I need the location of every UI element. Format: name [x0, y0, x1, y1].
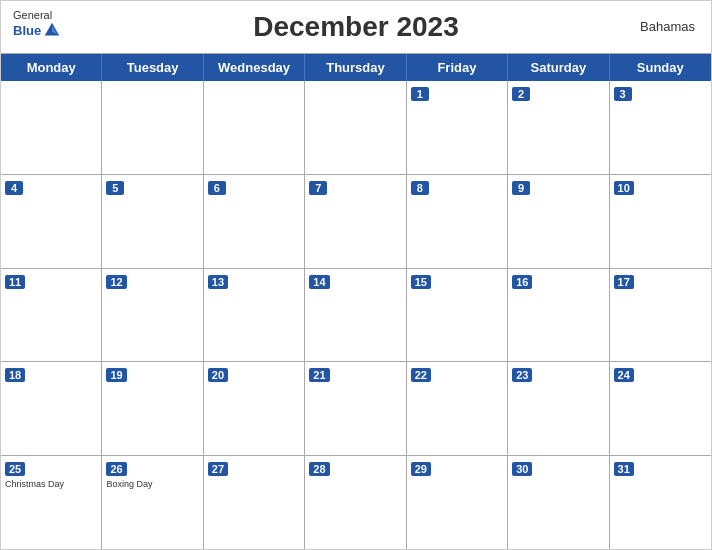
logo-icon	[43, 21, 61, 39]
day-headers-row: MondayTuesdayWednesdayThursdayFridaySatu…	[1, 54, 711, 81]
day-cell: 11	[1, 269, 102, 362]
day-cell: 21	[305, 362, 406, 455]
day-cell	[204, 81, 305, 174]
month-title: December 2023	[253, 11, 458, 43]
day-cell: 4	[1, 175, 102, 268]
day-number: 31	[614, 462, 634, 476]
holiday-label: Boxing Day	[106, 479, 198, 490]
day-cell: 18	[1, 362, 102, 455]
day-cell: 17	[610, 269, 711, 362]
day-number: 25	[5, 462, 25, 476]
holiday-label: Christmas Day	[5, 479, 97, 490]
day-number: 6	[208, 181, 226, 195]
day-cell: 2	[508, 81, 609, 174]
day-cell: 3	[610, 81, 711, 174]
day-number: 5	[106, 181, 124, 195]
day-cell: 9	[508, 175, 609, 268]
day-header-saturday: Saturday	[508, 54, 609, 81]
day-header-friday: Friday	[407, 54, 508, 81]
day-cell	[1, 81, 102, 174]
day-number: 16	[512, 275, 532, 289]
day-number: 1	[411, 87, 429, 101]
day-cell: 13	[204, 269, 305, 362]
day-number: 14	[309, 275, 329, 289]
calendar-grid: MondayTuesdayWednesdayThursdayFridaySatu…	[1, 53, 711, 549]
day-header-wednesday: Wednesday	[204, 54, 305, 81]
day-cell: 14	[305, 269, 406, 362]
day-cell: 24	[610, 362, 711, 455]
day-number: 30	[512, 462, 532, 476]
week-row-5: 25Christmas Day26Boxing Day2728293031	[1, 456, 711, 549]
day-cell: 26Boxing Day	[102, 456, 203, 549]
day-cell: 23	[508, 362, 609, 455]
day-number: 8	[411, 181, 429, 195]
day-cell: 19	[102, 362, 203, 455]
day-cell	[102, 81, 203, 174]
day-cell: 29	[407, 456, 508, 549]
day-number: 18	[5, 368, 25, 382]
day-number: 20	[208, 368, 228, 382]
day-number: 3	[614, 87, 632, 101]
weeks-container: 1234567891011121314151617181920212223242…	[1, 81, 711, 549]
logo-blue-text: Blue	[13, 21, 61, 39]
day-number: 13	[208, 275, 228, 289]
logo-area: General Blue	[13, 9, 61, 39]
day-number: 23	[512, 368, 532, 382]
day-cell: 30	[508, 456, 609, 549]
logo-general-text: General	[13, 9, 52, 21]
day-cell: 27	[204, 456, 305, 549]
week-row-3: 11121314151617	[1, 269, 711, 363]
day-header-thursday: Thursday	[305, 54, 406, 81]
day-cell: 16	[508, 269, 609, 362]
day-number: 2	[512, 87, 530, 101]
day-cell: 28	[305, 456, 406, 549]
day-number: 11	[5, 275, 25, 289]
calendar-container: General Blue December 2023 Bahamas Monda…	[0, 0, 712, 550]
day-number: 22	[411, 368, 431, 382]
day-cell: 31	[610, 456, 711, 549]
day-cell	[305, 81, 406, 174]
week-row-4: 18192021222324	[1, 362, 711, 456]
day-header-monday: Monday	[1, 54, 102, 81]
day-cell: 12	[102, 269, 203, 362]
week-row-2: 45678910	[1, 175, 711, 269]
day-number: 29	[411, 462, 431, 476]
country-label: Bahamas	[640, 19, 695, 34]
day-number: 24	[614, 368, 634, 382]
day-cell: 6	[204, 175, 305, 268]
day-number: 26	[106, 462, 126, 476]
day-number: 9	[512, 181, 530, 195]
day-header-sunday: Sunday	[610, 54, 711, 81]
day-cell: 25Christmas Day	[1, 456, 102, 549]
day-header-tuesday: Tuesday	[102, 54, 203, 81]
day-number: 19	[106, 368, 126, 382]
day-cell: 5	[102, 175, 203, 268]
day-number: 15	[411, 275, 431, 289]
day-cell: 10	[610, 175, 711, 268]
day-number: 4	[5, 181, 23, 195]
day-cell: 20	[204, 362, 305, 455]
day-cell: 8	[407, 175, 508, 268]
day-number: 10	[614, 181, 634, 195]
day-number: 27	[208, 462, 228, 476]
day-number: 21	[309, 368, 329, 382]
day-number: 12	[106, 275, 126, 289]
calendar-header: General Blue December 2023 Bahamas	[1, 1, 711, 53]
day-cell: 15	[407, 269, 508, 362]
day-cell: 1	[407, 81, 508, 174]
day-cell: 7	[305, 175, 406, 268]
day-number: 28	[309, 462, 329, 476]
day-number: 7	[309, 181, 327, 195]
week-row-1: 123	[1, 81, 711, 175]
day-number: 17	[614, 275, 634, 289]
day-cell: 22	[407, 362, 508, 455]
